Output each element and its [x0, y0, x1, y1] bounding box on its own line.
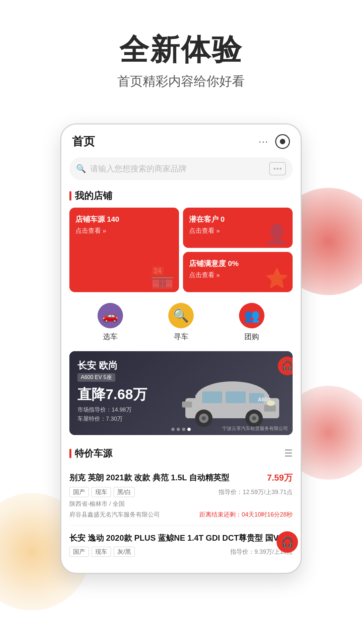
banner-dots — [171, 428, 191, 431]
banner-price-info: 市场指导价：14.98万 车屋特价：7.30万 — [77, 405, 147, 423]
banner-car-image: A600 — [179, 361, 286, 435]
list-icon[interactable]: ☰ — [284, 448, 293, 459]
app-header: 首页 ··· — [61, 124, 301, 155]
store-card-inventory[interactable]: 店铺车源 140 点击查看 » 🏪 — [69, 208, 179, 292]
car-listing-1-tags: 国产 现车 黑/白 指导价：12.59万/上39.71点 — [69, 487, 293, 497]
banner-model-tag: A600 EV 5座 — [77, 373, 115, 382]
record-button[interactable] — [275, 134, 290, 149]
banner-discount: 直降7.68万 — [77, 385, 147, 404]
banner-company: 宁波云享汽车租赁服务有限公司 — [222, 426, 288, 432]
select-car-label: 选车 — [103, 332, 118, 342]
bottom-headset-button[interactable]: 🎧 — [277, 531, 298, 553]
car-dealer-1: 府谷县鑫盛无名汽车服务有限公司 — [69, 511, 160, 519]
find-car-icon: 🔍 — [168, 303, 194, 328]
car-guide-price-1: 指导价：12.59万/上39.71点 — [219, 488, 293, 496]
header-icons: ··· — [259, 134, 290, 149]
card-inventory-link: 点击查看 » — [75, 226, 173, 235]
banner-special-price: 车屋特价：7.30万 — [77, 414, 147, 423]
quick-action-find-car[interactable]: 🔍 寻车 — [168, 303, 194, 342]
chat-icon[interactable] — [269, 162, 286, 175]
page-title: 全新体验 — [13, 34, 349, 66]
car-dealer-row-1: 府谷县鑫盛无名汽车服务有限公司 距离结束还剩：04天10时16分28秒 — [69, 511, 293, 519]
quick-action-select-car[interactable]: 🚗 选车 — [98, 303, 123, 342]
page-subtitle: 首页精彩内容给你好看 — [13, 73, 349, 90]
car-listing-1[interactable]: 别克 英朗 2021款 改款 典范 1.5L 自动精英型 7.59万 国产 现车… — [69, 465, 293, 526]
record-dot-inner — [280, 139, 285, 144]
banner-brand: 长安 欧尚 — [77, 359, 147, 372]
chat-dot-3 — [280, 168, 282, 170]
find-car-label: 寻车 — [174, 332, 188, 342]
card-inventory-title: 店铺车源 140 — [75, 214, 173, 224]
special-section: 特价车源 ☰ 别克 英朗 2021款 改款 典范 1.5L 自动精英型 7.59… — [61, 440, 301, 567]
chat-dot-1 — [274, 168, 276, 170]
quick-action-group-buy[interactable]: 👥 团购 — [239, 303, 264, 342]
svg-rect-8 — [182, 401, 192, 408]
phone-mockup: 首页 ··· 🔍 请输入您想搜索的商家品牌 我的店铺 店铺车源 140 点击查看 — [60, 123, 302, 574]
banner-dot-2 — [177, 428, 180, 431]
search-input-placeholder: 请输入您想搜索的商家品牌 — [90, 163, 265, 174]
banner-dot-4-active — [187, 428, 191, 431]
car-listing-2-header: 长安 逸动 2020款 PLUS 蓝鲸NE 1.4T GDI DCT尊贵型 国V… — [69, 532, 293, 544]
person-icon: 👤 — [265, 223, 289, 245]
more-icon[interactable]: ··· — [259, 136, 268, 147]
svg-point-14 — [252, 416, 256, 420]
store-section-title: 我的店铺 — [75, 190, 112, 202]
banner-dot-3 — [182, 428, 185, 431]
car-tag-color-1: 黑/白 — [114, 487, 135, 497]
store-section-header: 我的店铺 — [61, 185, 301, 208]
banner-market-price: 市场指导价：14.98万 — [77, 405, 147, 414]
select-car-icon: 🚗 — [98, 303, 123, 328]
group-buy-label: 团购 — [244, 332, 259, 342]
car-listing-2-tags: 国产 现车 灰/黑 指导价：9.39万/上10点 — [69, 547, 293, 557]
car-listing-1-price: 7.59万 — [267, 472, 293, 484]
special-section-header: 特价车源 ☰ — [61, 443, 301, 465]
page-header: 全新体验 首页精彩内容给你好看 — [0, 0, 362, 110]
car-tag-stock-2: 现车 — [92, 547, 111, 557]
car-location-1: 陕西省-榆林市 / 全国 — [69, 500, 293, 508]
star-icon: ⭐ — [265, 267, 289, 289]
app-header-title: 首页 — [72, 134, 95, 149]
store-card-customers[interactable]: 潜在客户 0 点击查看 » 👤 — [183, 208, 293, 248]
shop-icon: 🏪 — [150, 266, 175, 289]
svg-rect-6 — [264, 405, 276, 412]
svg-text:A600: A600 — [258, 397, 270, 402]
special-section-bar — [69, 449, 71, 458]
car-countdown-1: 距离结束还剩：04天10时16分28秒 — [199, 511, 293, 519]
search-icon: 🔍 — [76, 164, 86, 173]
svg-point-11 — [202, 416, 206, 420]
chat-dots — [274, 168, 282, 170]
search-bar[interactable]: 🔍 请输入您想搜索的商家品牌 — [69, 157, 293, 180]
car-tag-stock-1: 现车 — [92, 487, 111, 497]
car-banner[interactable]: A600 长安 欧尚 A600 EV 5座 直降7.68万 市场指导价：14.9… — [69, 351, 293, 435]
quick-actions: 🚗 选车 🔍 寻车 👥 团购 — [61, 298, 301, 348]
car-tag-color-2: 灰/黑 — [114, 547, 135, 557]
car-listing-1-header: 别克 英朗 2021款 改款 典范 1.5L 自动精英型 7.59万 — [69, 472, 293, 484]
banner-dot-1 — [171, 428, 175, 431]
svg-rect-4 — [226, 391, 246, 403]
store-cards-grid: 店铺车源 140 点击查看 » 🏪 潜在客户 0 点击查看 » 👤 店铺满意度 … — [61, 208, 301, 298]
car-listing-2-name: 长安 逸动 2020款 PLUS 蓝鲸NE 1.4T GDI DCT尊贵型 国V… — [69, 532, 288, 544]
section-bar-decoration — [69, 191, 71, 201]
car-tag-origin-2: 国产 — [69, 547, 89, 557]
svg-rect-3 — [202, 391, 222, 403]
car-listing-1-name: 别克 英朗 2021款 改款 典范 1.5L 自动精英型 — [69, 472, 267, 483]
car-listing-2[interactable]: 长安 逸动 2020款 PLUS 蓝鲸NE 1.4T GDI DCT尊贵型 国V… — [69, 526, 293, 564]
group-buy-icon: 👥 — [239, 303, 264, 328]
banner-text: 长安 欧尚 A600 EV 5座 直降7.68万 市场指导价：14.98万 车屋… — [77, 359, 147, 423]
special-section-title: 特价车源 — [75, 447, 112, 460]
chat-dot-2 — [277, 168, 279, 170]
store-card-satisfaction[interactable]: 店铺满意度 0% 点击查看 » ⭐ — [183, 252, 293, 292]
car-tag-origin-1: 国产 — [69, 487, 89, 497]
